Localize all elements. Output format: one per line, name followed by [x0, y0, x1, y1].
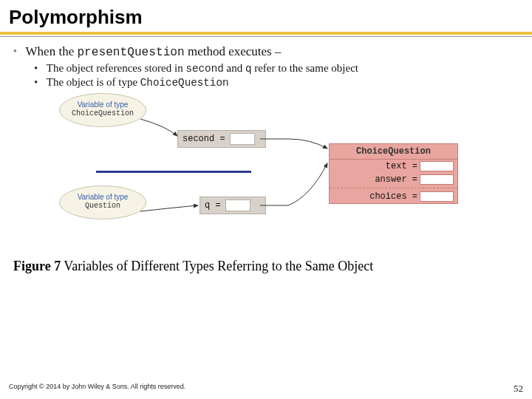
field-label: answer =: [375, 174, 417, 185]
sub-bullet-2: The object is of type ChoiceQuestion: [34, 76, 519, 89]
figure-number: Figure 7: [13, 259, 61, 273]
field-slot: [420, 191, 454, 202]
footer: Copyright © 2014 by John Wiley & Sons. A…: [9, 383, 523, 395]
bullet-main: When the presentQuestion method executes…: [13, 44, 519, 89]
bubble-type: ChoiceQuestion: [60, 109, 146, 118]
title-underline-thin: [0, 36, 532, 37]
code-second: second: [185, 63, 223, 75]
var-q: q =: [200, 197, 266, 214]
object-dash: [330, 188, 457, 188]
figure-caption: Figure 7 Variables of Different Types Re…: [0, 256, 532, 274]
slide-title: Polymorphism: [0, 0, 532, 32]
var-slot: [230, 133, 255, 145]
bubble-label: Variable of type: [60, 193, 146, 202]
field-row: text =: [330, 160, 457, 173]
field-slot: [420, 161, 454, 171]
page-number: 52: [514, 383, 523, 395]
diagram: Variable of type ChoiceQuestion Variable…: [44, 93, 488, 248]
figure-text: Variables of Different Types Referring t…: [61, 259, 373, 273]
field-slot: [420, 174, 454, 185]
sub-bullet-1: The object references stored in second a…: [34, 62, 519, 75]
bubble-label: Variable of type: [60, 100, 146, 109]
field-row: answer =: [330, 173, 457, 186]
bullet-text: method executes –: [185, 44, 282, 58]
text: and: [224, 62, 245, 74]
var-label: second =: [183, 134, 225, 144]
code-ChoiceQuestion: ChoiceQuestion: [140, 77, 229, 89]
object-header: ChoiceQuestion: [330, 144, 457, 160]
field-label: text =: [386, 161, 417, 171]
content-area: When the presentQuestion method executes…: [0, 44, 532, 248]
bubble-var-choicequestion: Variable of type ChoiceQuestion: [59, 93, 146, 127]
var-slot: [225, 200, 250, 211]
text: refer to the same object: [251, 62, 358, 74]
bubble-var-question: Variable of type Question: [59, 185, 146, 219]
object-box: ChoiceQuestion text = answer = choices =: [329, 143, 458, 204]
bullet-text: When the: [26, 44, 78, 58]
separator-line: [96, 171, 251, 173]
field-row: choices =: [330, 190, 457, 203]
title-underline: [0, 32, 532, 35]
var-second: second =: [177, 130, 266, 148]
code-presentQuestion: presentQuestion: [77, 46, 184, 59]
copyright-text: Copyright © 2014 by John Wiley & Sons. A…: [9, 383, 185, 395]
field-label: choices =: [369, 191, 417, 202]
var-label: q =: [205, 200, 221, 211]
text: The object is of type: [47, 76, 140, 88]
text: The object references stored in: [47, 62, 186, 74]
bubble-type: Question: [60, 202, 146, 211]
